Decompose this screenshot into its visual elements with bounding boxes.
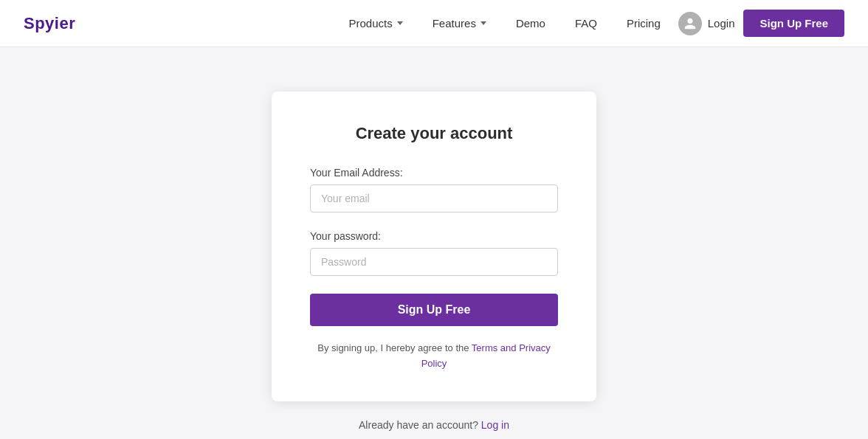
main-content: Create your account Your Email Address: … — [0, 47, 868, 439]
card-title: Create your account — [310, 124, 558, 143]
nav-features-label: Features — [433, 17, 476, 30]
password-label: Your password: — [310, 230, 558, 242]
already-text-label: Already have an account? — [359, 419, 478, 431]
terms-prefix: By signing up, I hereby agree to the — [317, 342, 472, 353]
navbar-links: Products Features Demo FAQ Pricing — [348, 17, 660, 30]
brand-logo[interactable]: Spyier — [24, 14, 75, 33]
navbar-right: Login Sign Up Free — [678, 10, 844, 37]
nav-features[interactable]: Features — [433, 17, 486, 30]
navbar: Spyier Products Features Demo FAQ Pricin… — [0, 0, 868, 47]
email-input[interactable] — [310, 184, 558, 212]
nav-pricing[interactable]: Pricing — [627, 17, 661, 30]
nav-signup-button[interactable]: Sign Up Free — [743, 10, 844, 37]
nav-products[interactable]: Products — [348, 17, 402, 30]
email-group: Your Email Address: — [310, 167, 558, 212]
password-input[interactable] — [310, 248, 558, 276]
nav-demo-label: Demo — [516, 17, 545, 30]
user-icon — [683, 17, 697, 30]
nav-products-label: Products — [348, 17, 392, 30]
chevron-down-icon — [397, 21, 403, 25]
terms-text: By signing up, I hereby agree to the Ter… — [310, 341, 558, 372]
login-link[interactable]: Log in — [481, 419, 509, 431]
signup-button[interactable]: Sign Up Free — [310, 294, 558, 326]
nav-faq-label: FAQ — [575, 17, 597, 30]
signup-card: Create your account Your Email Address: … — [272, 91, 596, 401]
email-label: Your Email Address: — [310, 167, 558, 179]
chevron-down-icon — [480, 21, 486, 25]
user-avatar-icon — [678, 12, 702, 35]
login-area[interactable]: Login — [678, 12, 735, 35]
nav-pricing-label: Pricing — [627, 17, 661, 30]
password-group: Your password: — [310, 230, 558, 276]
already-have-account-text: Already have an account? Log in — [359, 419, 509, 431]
nav-demo[interactable]: Demo — [516, 17, 545, 30]
nav-faq[interactable]: FAQ — [575, 17, 597, 30]
login-label: Login — [708, 17, 735, 30]
